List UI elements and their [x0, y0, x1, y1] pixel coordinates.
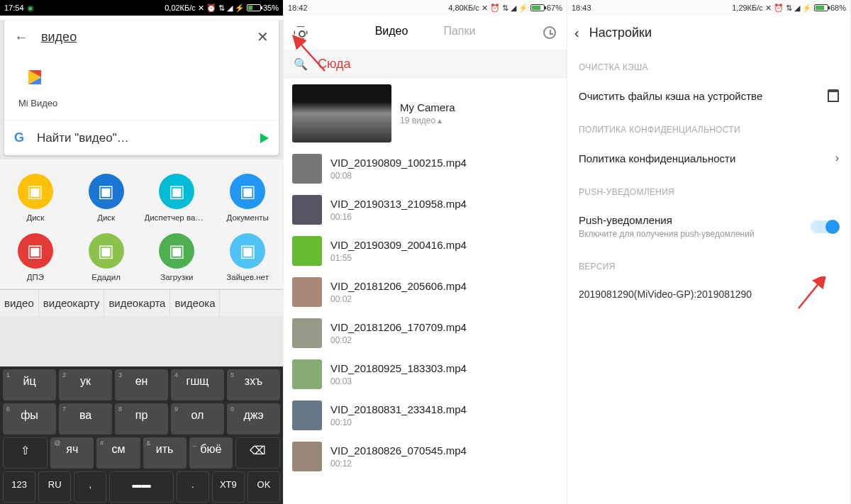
backspace-key[interactable]: ⌫: [235, 437, 280, 469]
key[interactable]: 2ук: [59, 369, 112, 401]
key[interactable]: 7ва: [59, 403, 112, 435]
play-store-icon: [260, 133, 269, 143]
status-net: 1,29КБ/с: [732, 4, 763, 12]
key-OK[interactable]: OK: [247, 471, 280, 503]
video-thumb: [292, 195, 322, 225]
video-row[interactable]: VID_20180831_233418.mp400:10: [284, 395, 567, 436]
key[interactable]: 8пр: [115, 403, 168, 435]
video-name: VID_20190309_200416.mp4: [330, 239, 467, 251]
video-duration: 00:10: [330, 418, 467, 427]
video-duration: 00:02: [330, 335, 467, 345]
video-thumb: [292, 154, 322, 184]
key-RU[interactable]: RU: [38, 471, 71, 503]
search-icon: 🔍: [294, 57, 308, 71]
video-row[interactable]: VID_20181206_205606.mp400:02: [284, 271, 567, 313]
video-name: VID_20180831_233418.mp4: [330, 403, 467, 415]
app-icon[interactable]: ▣Документы: [212, 169, 283, 229]
video-thumb: [292, 277, 322, 307]
key[interactable]: 5зхъ: [227, 369, 280, 401]
tab-folders[interactable]: Папки: [443, 25, 475, 40]
key[interactable]: 3ен: [115, 369, 168, 401]
push-toggle[interactable]: [811, 220, 839, 233]
section-push: PUSH-УВЕДОМЛЕНИЯ: [567, 174, 850, 204]
video-name: VID_20180826_070545.mp4: [330, 444, 467, 457]
push-sub: Включите для получения push-уведомлений: [579, 229, 755, 239]
video-row[interactable]: VID_20190809_100215.mp400:08: [284, 148, 567, 189]
search-input[interactable]: видео: [41, 30, 257, 45]
key-XT9[interactable]: XT9: [212, 471, 245, 503]
clear-icon[interactable]: ✕: [257, 28, 269, 45]
chevron-right-icon: ›: [835, 152, 839, 164]
key[interactable]: 4гшщ: [171, 369, 224, 401]
header: ‹ Настройки: [567, 16, 850, 50]
video-duration: 00:12: [330, 459, 467, 469]
video-thumb: [292, 318, 322, 348]
tab-video[interactable]: Видео: [375, 25, 408, 40]
back-icon[interactable]: ‹: [574, 25, 579, 41]
key-.[interactable]: .: [177, 471, 209, 503]
google-search-row[interactable]: G Найти "видео"…: [4, 120, 279, 155]
key-␣[interactable]: ▬▬: [109, 471, 173, 503]
key-123[interactable]: 123: [3, 471, 35, 503]
status-batt: 68%: [830, 4, 846, 12]
status-time: 17:54: [4, 4, 24, 12]
app-result-label: Mi Видео: [18, 98, 265, 108]
push-row[interactable]: Push-уведомления Включите для получения …: [567, 204, 850, 249]
mi-video-icon: [18, 61, 51, 94]
screen-video-list: 18:42 4,80КБ/с ✕ ⏰ ⇅ ◢⚡ 67% Видео Папки …: [284, 0, 567, 504]
folder-thumb: [292, 84, 391, 142]
google-icon: G: [14, 130, 24, 145]
folder-name: My Camera: [400, 101, 455, 113]
video-thumb: [292, 401, 322, 430]
video-row[interactable]: VID_20190309_200416.mp401:55: [284, 230, 567, 271]
history-icon[interactable]: [533, 26, 567, 39]
video-name: VID_20190809_100215.mp4: [330, 157, 467, 169]
status-time: 18:43: [572, 4, 591, 12]
suggestion[interactable]: видео: [0, 290, 39, 316]
app-icon[interactable]: ▣Едадил: [71, 229, 142, 289]
video-row[interactable]: VID_20181206_170709.mp400:02: [284, 313, 567, 354]
privacy-row[interactable]: Политика конфиденциальности ›: [567, 142, 850, 174]
trash-icon: [828, 89, 839, 102]
back-icon[interactable]: ←: [14, 29, 28, 45]
key[interactable]: _бюё: [189, 437, 233, 469]
key[interactable]: #см: [96, 437, 140, 469]
key[interactable]: &ить: [143, 437, 187, 469]
app-icon[interactable]: ▣Диспетчер ваш…: [142, 169, 213, 229]
status-batt: 35%: [263, 4, 279, 12]
section-cache: ОЧИСТКА КЭША: [567, 50, 850, 79]
key[interactable]: 9ол: [171, 403, 224, 435]
suggestion[interactable]: видеокарту: [39, 290, 105, 316]
app-result[interactable]: Mi Видео: [4, 54, 279, 120]
settings-icon[interactable]: [284, 26, 318, 40]
key[interactable]: 6фы: [3, 403, 56, 435]
app-icon[interactable]: ▣Зайцев.нет: [212, 229, 283, 289]
suggestion[interactable]: видеокарта: [104, 290, 170, 316]
app-grid: ▣Диск▣Диск▣Диспетчер ваш…▣Документы▣ДПЭ▣…: [0, 159, 283, 289]
video-duration: 00:03: [330, 376, 467, 386]
folder-row[interactable]: My Camera 19 видео ▴: [284, 79, 567, 148]
video-name: VID_20181206_205606.mp4: [330, 280, 467, 292]
shift-key[interactable]: ⇧: [3, 437, 48, 469]
key[interactable]: 0джэ: [227, 403, 280, 435]
app-icon[interactable]: ▣Загрузки: [142, 229, 213, 289]
app-icon[interactable]: ▣Диск: [0, 169, 71, 229]
key[interactable]: @яч: [50, 437, 94, 469]
page-title: Настройки: [589, 26, 652, 40]
video-name: VID_20190313_210958.mp4: [330, 198, 467, 210]
video-duration: 00:02: [330, 294, 467, 304]
clear-cache-row[interactable]: Очистить файлы кэша на устройстве: [567, 79, 850, 112]
video-name: VID_20180925_183303.mp4: [330, 362, 467, 374]
key-,[interactable]: ,: [74, 471, 106, 503]
app-icon[interactable]: ▣Диск: [71, 169, 142, 229]
status-bar: 17:54 ◉ 0,02КБ/с ✕ ⏰ ⇅ ◢ ⚡ 35%: [0, 0, 283, 16]
status-time: 18:42: [288, 4, 308, 12]
video-row[interactable]: VID_20180826_070545.mp400:12: [284, 436, 567, 477]
video-row[interactable]: VID_20190313_210958.mp400:16: [284, 189, 567, 230]
video-row[interactable]: VID_20180925_183303.mp400:03: [284, 354, 567, 395]
app-icon[interactable]: ▣ДПЭ: [0, 229, 71, 289]
search-bar[interactable]: 🔍 Сюда: [284, 50, 567, 79]
key[interactable]: 1йц: [3, 369, 56, 401]
suggestion[interactable]: видеока: [170, 290, 220, 316]
section-version: ВЕРСИЯ: [567, 249, 850, 279]
